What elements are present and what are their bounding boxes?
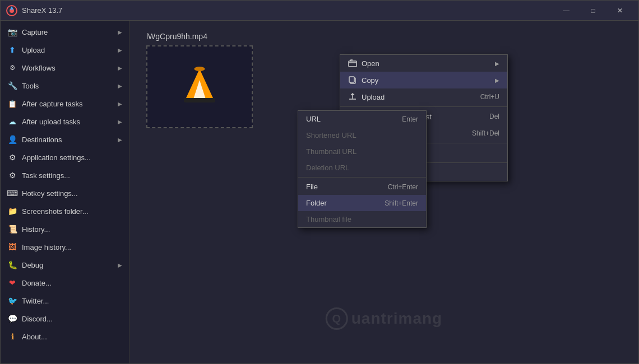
sidebar-item-upload[interactable]: ⬆ Upload ▶ <box>1 41 129 59</box>
arrow-icon: ▶ <box>118 119 122 125</box>
workflows-icon: ⚙ <box>7 63 17 73</box>
titlebar-controls: — □ ✕ <box>553 2 633 20</box>
discord-icon: 💬 <box>7 314 17 324</box>
sidebar-item-label: Workflows <box>22 64 113 72</box>
app-settings-icon: ⚙ <box>7 152 17 162</box>
sidebar-item-history[interactable]: 📜 History... <box>1 220 129 238</box>
history-icon: 📜 <box>7 224 17 234</box>
image-history-icon: 🖼 <box>7 242 17 252</box>
upload-label: Upload <box>362 93 459 101</box>
sidebar-item-task-settings[interactable]: ⚙ Task settings... <box>1 166 129 184</box>
submenu-item-url[interactable]: URL Enter <box>298 111 426 127</box>
sidebar-item-discord[interactable]: 💬 Discord... <box>1 310 129 328</box>
app-window: ShareX 13.7 — □ ✕ 📷 Capture ▶ ⬆ Upload ▶ <box>0 0 639 364</box>
after-upload-icon: ☁ <box>7 116 17 127</box>
svg-marker-2 <box>10 6 13 10</box>
task-settings-icon: ⚙ <box>7 170 17 180</box>
menu-item-copy[interactable]: Copy ▶ <box>340 72 507 88</box>
minimize-button[interactable]: — <box>553 2 579 20</box>
svg-rect-9 <box>349 77 354 82</box>
arrow-icon: ▶ <box>118 137 122 143</box>
submenu-item-folder[interactable]: Folder Shift+Enter <box>298 195 426 211</box>
titlebar: ShareX 13.7 — □ ✕ <box>1 1 638 21</box>
open-label: Open <box>362 59 490 68</box>
sidebar-item-label: Upload <box>22 46 113 54</box>
sidebar-item-label: Hotkey settings... <box>22 189 122 198</box>
sidebar: 📷 Capture ▶ ⬆ Upload ▶ ⚙ Workflows ▶ 🔧 T… <box>1 21 129 363</box>
maximize-button[interactable]: □ <box>580 2 606 20</box>
after-capture-icon: 📋 <box>7 99 17 109</box>
file-name: lWgCpru9hh.mp4 <box>146 32 207 41</box>
sidebar-item-debug[interactable]: 🐛 Debug ▶ <box>1 256 129 274</box>
arrow-icon: ▶ <box>118 83 122 89</box>
copy-label: Copy <box>362 76 490 85</box>
sidebar-item-label: History... <box>22 225 122 234</box>
sidebar-item-label: After upload tasks <box>22 118 113 126</box>
file-thumbnail[interactable] <box>146 45 253 128</box>
submenu-item-file[interactable]: File Ctrl+Enter <box>298 179 426 195</box>
submenu-item-shortened-url: Shortened URL <box>298 127 426 143</box>
svg-point-5 <box>194 67 205 71</box>
screenshots-icon: 📁 <box>7 206 17 216</box>
arrow-icon: ▶ <box>118 47 122 53</box>
app-icon <box>6 5 17 16</box>
donate-icon: ❤ <box>7 278 17 288</box>
sidebar-item-destinations[interactable]: 👤 Destinations ▶ <box>1 130 129 148</box>
twitter-icon: 🐦 <box>7 296 17 306</box>
arrow-icon: ▶ <box>118 101 122 107</box>
thumbnail-url-label: Thumbnail URL <box>306 147 356 156</box>
sidebar-item-workflows[interactable]: ⚙ Workflows ▶ <box>1 59 129 77</box>
menu-item-upload[interactable]: Upload Ctrl+U <box>340 88 507 105</box>
sidebar-item-donate[interactable]: ❤ Donate... <box>1 274 129 292</box>
arrow-icon: ▶ <box>118 65 122 71</box>
tools-icon: 🔧 <box>7 81 17 91</box>
copy-icon <box>348 76 357 85</box>
q-circle-icon: Q <box>326 307 348 330</box>
delete-file-shortcut: Shift+Del <box>472 129 499 137</box>
remove-task-shortcut: Del <box>489 113 499 120</box>
menu-separator-1 <box>340 106 507 107</box>
file-shortcut: Ctrl+Enter <box>388 183 418 191</box>
arrow-icon: ▶ <box>118 29 122 35</box>
sidebar-item-label: Destinations <box>22 136 113 144</box>
sidebar-item-screenshots[interactable]: 📁 Screenshots folder... <box>1 202 129 220</box>
upload-shortcut: Ctrl+U <box>480 93 499 101</box>
sidebar-item-app-settings[interactable]: ⚙ Application settings... <box>1 148 129 166</box>
sidebar-item-after-capture[interactable]: 📋 After capture tasks ▶ <box>1 95 129 113</box>
folder-shortcut: Shift+Enter <box>385 199 418 207</box>
submenu-item-thumbnail-url: Thumbnail URL <box>298 143 426 160</box>
close-button[interactable]: ✕ <box>607 2 633 20</box>
sidebar-item-label: Application settings... <box>22 153 122 162</box>
main-content: 📷 Capture ▶ ⬆ Upload ▶ ⚙ Workflows ▶ 🔧 T… <box>1 21 638 363</box>
folder-label: Folder <box>306 199 327 207</box>
file-item: lWgCpru9hh.mp4 <box>146 32 253 128</box>
sidebar-item-label: Debug <box>22 261 113 269</box>
sidebar-item-tools[interactable]: 🔧 Tools ▶ <box>1 77 129 95</box>
sidebar-item-twitter[interactable]: 🐦 Twitter... <box>1 292 129 310</box>
sidebar-item-hotkey-settings[interactable]: ⌨ Hotkey settings... <box>1 184 129 202</box>
sidebar-item-label: Donate... <box>22 279 122 287</box>
deletion-url-label: Deletion URL <box>306 164 349 172</box>
sidebar-item-about[interactable]: ℹ About... <box>1 328 129 346</box>
sidebar-item-label: After capture tasks <box>22 100 113 108</box>
svg-rect-6 <box>184 98 215 102</box>
sidebar-item-label: Discord... <box>22 315 122 323</box>
arrow-icon: ▶ <box>118 262 122 268</box>
sidebar-item-image-history[interactable]: 🖼 Image history... <box>1 238 129 256</box>
menu-item-open[interactable]: Open ▶ <box>340 55 507 72</box>
sidebar-item-after-upload[interactable]: ☁ After upload tasks ▶ <box>1 113 129 130</box>
sidebar-item-label: Capture <box>22 28 113 36</box>
watermark-text: uantrimang <box>351 310 442 328</box>
destinations-icon: 👤 <box>7 134 17 144</box>
sidebar-item-capture[interactable]: 📷 Capture ▶ <box>1 23 129 41</box>
upload-icon: ⬆ <box>7 45 17 55</box>
copy-submenu: URL Enter Shortened URL Thumbnail URL De… <box>298 110 427 228</box>
sidebar-item-label: Tools <box>22 82 113 90</box>
copy-submenu-separator <box>298 177 426 178</box>
thumbnail-file-label: Thumbnail file <box>306 215 351 223</box>
debug-icon: 🐛 <box>7 260 17 270</box>
capture-icon: 📷 <box>7 27 17 37</box>
sidebar-item-label: Image history... <box>22 243 122 251</box>
vlc-icon <box>177 64 222 109</box>
titlebar-left: ShareX 13.7 <box>6 5 62 16</box>
